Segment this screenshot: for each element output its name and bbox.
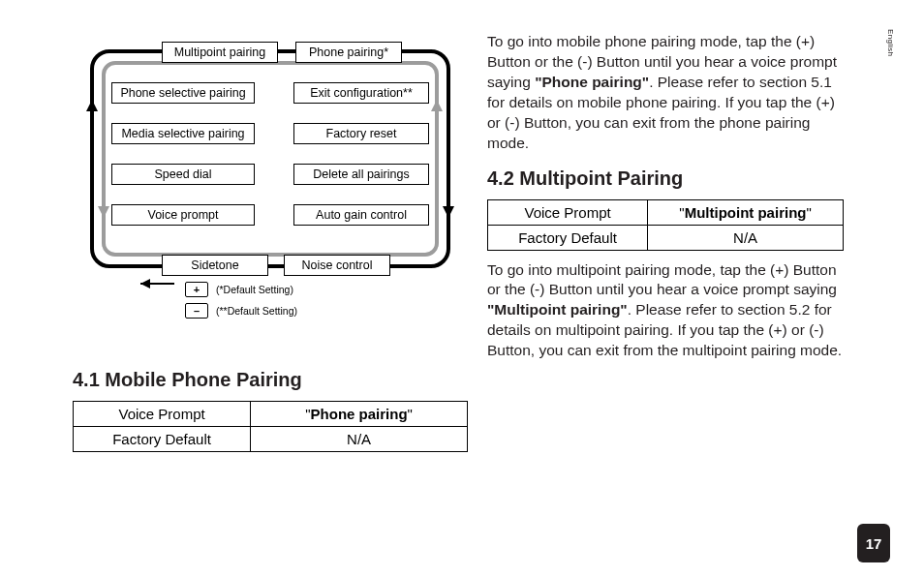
menu-phone-pairing: Phone pairing* [295, 42, 402, 63]
menu-sidetone: Sidetone [162, 255, 268, 276]
cell-label: Voice Prompt [488, 199, 648, 225]
page-number: 17 [857, 524, 890, 562]
table-4-1: Voice Prompt "Phone pairing" Factory Def… [73, 401, 468, 452]
para-4-2: To go into multipoint pairing mode, tap … [487, 260, 844, 362]
para-4-1: To go into mobile phone pairing mode, ta… [487, 32, 844, 154]
cell-label: Factory Default [74, 427, 251, 452]
menu-multipoint-pairing: Multipoint pairing [162, 42, 278, 63]
diagram-flow-lines [73, 32, 468, 293]
cell-value: "Multipoint pairing" [648, 199, 844, 225]
menu-voice-prompt: Voice prompt [111, 204, 255, 226]
table-4-2: Voice Prompt "Multipoint pairing" Factor… [487, 199, 844, 251]
svg-marker-4 [98, 206, 109, 218]
heading-4-2: 4.2 Multipoint Pairing [487, 167, 844, 190]
cell-label: Voice Prompt [74, 402, 251, 427]
menu-factory-reset: Factory reset [293, 123, 429, 144]
menu-phone-selective-pairing: Phone selective pairing [111, 82, 255, 104]
legend-plus-text: (*Default Setting) [216, 284, 293, 295]
config-menu-diagram: Multipoint pairing Phone pairing* Phone … [73, 32, 468, 322]
svg-marker-3 [443, 206, 454, 218]
svg-marker-7 [140, 279, 150, 288]
minus-button-icon: – [185, 303, 208, 319]
menu-noise-control: Noise control [284, 255, 390, 276]
cell-label: Factory Default [488, 225, 648, 250]
menu-delete-all-pairings: Delete all pairings [293, 164, 429, 185]
cell-value: N/A [648, 225, 844, 250]
menu-speed-dial: Speed dial [111, 164, 255, 185]
legend-minus: – (**Default Setting) [177, 303, 297, 319]
language-tab: English [886, 29, 895, 56]
cell-value: N/A [251, 427, 468, 452]
legend-minus-text: (**Default Setting) [216, 305, 297, 317]
heading-4-1: 4.1 Mobile Phone Pairing [73, 369, 468, 391]
menu-auto-gain-control: Auto gain control [293, 204, 429, 226]
menu-media-selective-pairing: Media selective pairing [111, 123, 255, 144]
legend-plus: + (*Default Setting) [177, 282, 297, 297]
plus-button-icon: + [185, 282, 208, 297]
svg-marker-2 [86, 100, 98, 111]
svg-marker-5 [431, 100, 443, 111]
cell-value: "Phone pairing" [251, 402, 468, 427]
menu-exit-configuration: Exit configuration** [293, 82, 429, 104]
